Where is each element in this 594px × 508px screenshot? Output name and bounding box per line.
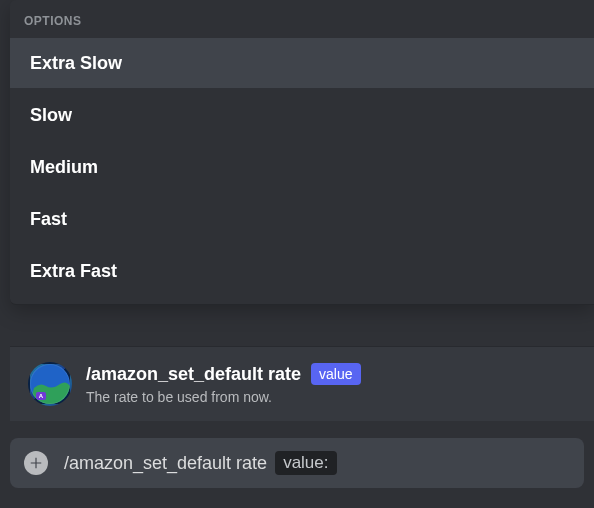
command-line: /amazon_set_default rate value bbox=[86, 363, 361, 385]
option-extra-slow[interactable]: Extra Slow bbox=[10, 38, 594, 88]
option-label: Medium bbox=[30, 157, 98, 178]
message-input[interactable]: /amazon_set_default rate value: bbox=[10, 438, 584, 488]
app-root: OPTIONS Extra Slow Slow Medium Fast Extr… bbox=[0, 0, 594, 508]
option-extra-fast[interactable]: Extra Fast bbox=[10, 246, 594, 296]
svg-text:A: A bbox=[39, 393, 44, 399]
option-label: Extra Fast bbox=[30, 261, 117, 282]
input-active-param[interactable]: value: bbox=[275, 451, 336, 475]
globe-icon: A bbox=[30, 364, 70, 404]
option-slow[interactable]: Slow bbox=[10, 90, 594, 140]
option-fast[interactable]: Fast bbox=[10, 194, 594, 244]
option-label: Slow bbox=[30, 105, 72, 126]
command-description-bar: A /amazon_set_default rate value The rat… bbox=[10, 346, 594, 421]
option-label: Fast bbox=[30, 209, 67, 230]
attach-button[interactable] bbox=[24, 451, 48, 475]
bot-avatar: A bbox=[28, 362, 72, 406]
input-content: /amazon_set_default rate value: bbox=[64, 451, 337, 475]
option-label: Extra Slow bbox=[30, 53, 122, 74]
command-texts: /amazon_set_default rate value The rate … bbox=[86, 363, 361, 405]
plus-icon bbox=[29, 456, 43, 470]
options-header: OPTIONS bbox=[10, 10, 594, 36]
options-dropdown: OPTIONS Extra Slow Slow Medium Fast Extr… bbox=[10, 0, 594, 305]
input-command-text: /amazon_set_default rate bbox=[64, 453, 267, 474]
command-name: /amazon_set_default rate bbox=[86, 364, 301, 385]
command-description: The rate to be used from now. bbox=[86, 389, 361, 405]
option-medium[interactable]: Medium bbox=[10, 142, 594, 192]
param-pill: value bbox=[311, 363, 360, 385]
